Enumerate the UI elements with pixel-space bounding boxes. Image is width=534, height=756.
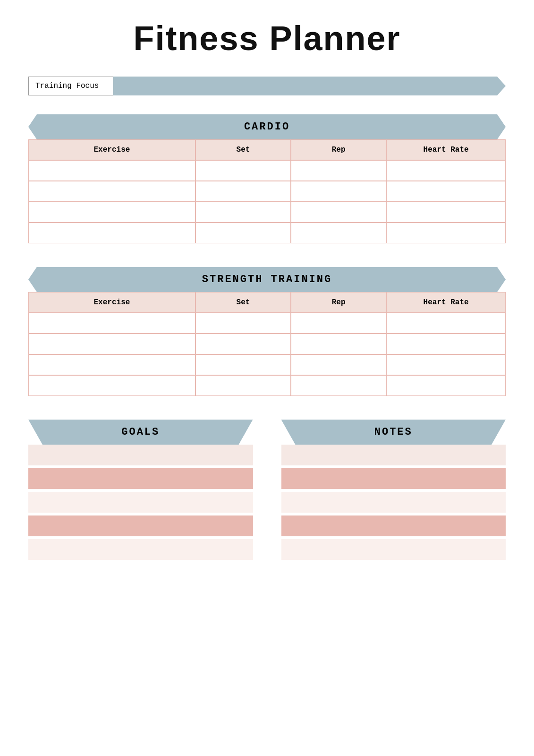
training-focus-row: Training Focus <box>28 77 506 95</box>
notes-header: NOTES <box>281 420 506 445</box>
cardio-col-heartrate: Heart Rate <box>386 139 506 160</box>
table-row[interactable] <box>28 313 506 334</box>
notes-row-1[interactable] <box>281 468 506 489</box>
strength-col-heartrate: Heart Rate <box>386 292 506 313</box>
strength-col-set: Set <box>195 292 291 313</box>
cardio-cell[interactable] <box>291 223 386 243</box>
strength-table: Exercise Set Rep Heart Rate <box>28 292 506 396</box>
cardio-cell[interactable] <box>28 160 195 181</box>
goals-col: GOALS <box>28 420 253 563</box>
strength-cell[interactable] <box>195 354 291 375</box>
table-row[interactable] <box>28 181 506 202</box>
goals-header: GOALS <box>28 420 253 445</box>
cardio-cell[interactable] <box>195 223 291 243</box>
table-row[interactable] <box>28 375 506 396</box>
cardio-col-set: Set <box>195 139 291 160</box>
cardio-section: CARDIO Exercise Set Rep Heart Rate <box>28 114 506 243</box>
training-focus-bar <box>113 77 506 95</box>
cardio-cell[interactable] <box>195 160 291 181</box>
notes-row-0[interactable] <box>281 445 506 465</box>
notes-row-4[interactable] <box>281 539 506 560</box>
table-row[interactable] <box>28 354 506 375</box>
cardio-cell[interactable] <box>291 181 386 202</box>
strength-cell[interactable] <box>28 313 195 334</box>
cardio-cell[interactable] <box>28 223 195 243</box>
strength-col-exercise: Exercise <box>28 292 195 313</box>
strength-cell[interactable] <box>291 354 386 375</box>
goals-row-3[interactable] <box>28 515 253 536</box>
bottom-section: GOALS NOTES <box>28 420 506 563</box>
strength-header-row: Exercise Set Rep Heart Rate <box>28 292 506 313</box>
strength-cell[interactable] <box>195 375 291 396</box>
strength-cell[interactable] <box>386 375 506 396</box>
strength-col-rep: Rep <box>291 292 386 313</box>
goals-row-4[interactable] <box>28 539 253 560</box>
cardio-cell[interactable] <box>386 160 506 181</box>
notes-row-2[interactable] <box>281 492 506 513</box>
table-row[interactable] <box>28 160 506 181</box>
page-title: Fitness Planner <box>28 19 506 58</box>
goals-row-1[interactable] <box>28 468 253 489</box>
cardio-cell[interactable] <box>386 202 506 223</box>
cardio-cell[interactable] <box>28 202 195 223</box>
cardio-col-exercise: Exercise <box>28 139 195 160</box>
table-row[interactable] <box>28 223 506 243</box>
strength-section: STRENGTH TRAINING Exercise Set Rep Heart… <box>28 267 506 396</box>
table-row[interactable] <box>28 202 506 223</box>
cardio-col-rep: Rep <box>291 139 386 160</box>
strength-cell[interactable] <box>195 334 291 354</box>
cardio-cell[interactable] <box>291 202 386 223</box>
strength-cell[interactable] <box>386 354 506 375</box>
cardio-table: Exercise Set Rep Heart Rate <box>28 139 506 243</box>
strength-header: STRENGTH TRAINING <box>28 267 506 292</box>
strength-cell[interactable] <box>28 375 195 396</box>
goals-row-2[interactable] <box>28 492 253 513</box>
cardio-cell[interactable] <box>386 223 506 243</box>
strength-cell[interactable] <box>291 375 386 396</box>
strength-cell[interactable] <box>291 313 386 334</box>
strength-cell[interactable] <box>28 354 195 375</box>
strength-cell[interactable] <box>386 334 506 354</box>
notes-rows <box>281 445 506 563</box>
cardio-header-row: Exercise Set Rep Heart Rate <box>28 139 506 160</box>
notes-row-3[interactable] <box>281 515 506 536</box>
cardio-cell[interactable] <box>291 160 386 181</box>
cardio-cell[interactable] <box>195 202 291 223</box>
strength-cell[interactable] <box>291 334 386 354</box>
cardio-header: CARDIO <box>28 114 506 139</box>
training-focus-label: Training Focus <box>28 77 113 95</box>
notes-col: NOTES <box>281 420 506 563</box>
strength-cell[interactable] <box>28 334 195 354</box>
cardio-cell[interactable] <box>28 181 195 202</box>
goals-row-0[interactable] <box>28 445 253 465</box>
strength-cell[interactable] <box>386 313 506 334</box>
cardio-cell[interactable] <box>195 181 291 202</box>
cardio-cell[interactable] <box>386 181 506 202</box>
strength-cell[interactable] <box>195 313 291 334</box>
goals-rows <box>28 445 253 563</box>
table-row[interactable] <box>28 334 506 354</box>
